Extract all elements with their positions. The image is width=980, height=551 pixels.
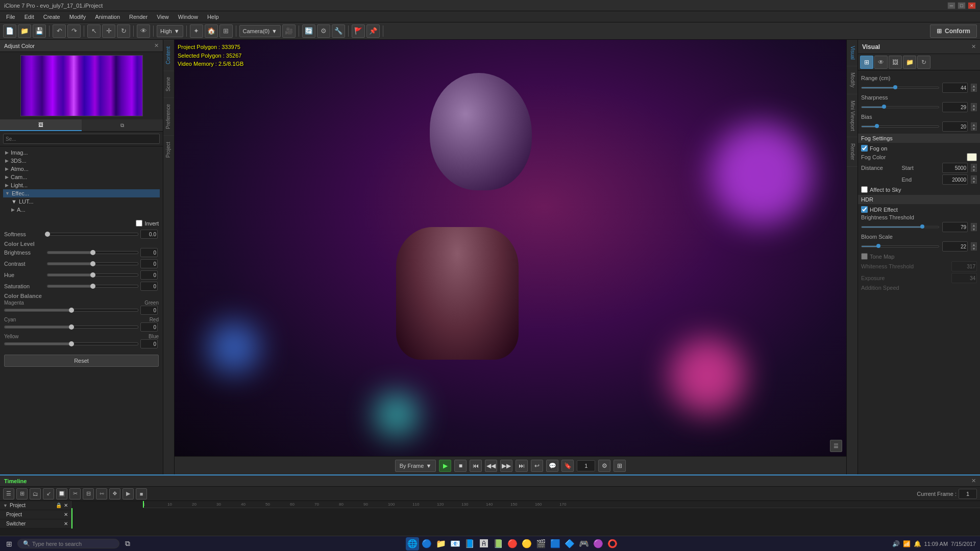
affect-sky-checkbox[interactable]: [861, 186, 868, 193]
taskbar-app-folder[interactable]: 📁: [434, 537, 448, 550]
tray-network[interactable]: 🔊: [892, 540, 900, 547]
rp-icon-scene[interactable]: ⊞: [860, 56, 873, 69]
stop-button[interactable]: ■: [454, 460, 467, 472]
whiteness-value-input[interactable]: [951, 261, 977, 271]
panel-tab-layers[interactable]: ⧉: [82, 119, 163, 131]
bt-up[interactable]: ▲: [971, 223, 977, 227]
range-down[interactable]: ▼: [971, 88, 977, 92]
by-frame-mode[interactable]: By Frame ▼: [395, 460, 436, 472]
range-slider[interactable]: [861, 87, 939, 89]
right-vtab-render[interactable]: Render: [847, 137, 857, 167]
tools-button[interactable]: 🔧: [332, 24, 345, 38]
tl-btn-4[interactable]: ↙: [43, 488, 54, 499]
brightness-value-input[interactable]: [140, 248, 158, 257]
taskbar-app-10[interactable]: 🎬: [534, 537, 548, 550]
tl-btn-5[interactable]: 🔲: [56, 488, 67, 499]
taskbar-app-mail[interactable]: 📧: [449, 537, 462, 550]
side-tab-content[interactable]: Content: [163, 40, 174, 70]
taskbar-app-15[interactable]: ⭕: [606, 537, 619, 550]
taskbar-app-14[interactable]: 🟣: [592, 537, 605, 550]
range-value-input[interactable]: [942, 83, 968, 93]
maximize-button[interactable]: □: [958, 2, 966, 9]
menu-animation[interactable]: Animation: [91, 13, 124, 21]
new-button[interactable]: 📄: [3, 24, 16, 38]
tl-btn-3[interactable]: 🗂: [30, 488, 41, 499]
bloom-scale-slider[interactable]: [861, 245, 939, 247]
taskbar-app-edge[interactable]: 🌐: [406, 537, 419, 550]
settings-button[interactable]: ⚙: [317, 24, 330, 38]
contrast-value-input[interactable]: [140, 259, 158, 268]
rp-icon-folder[interactable]: 📁: [903, 56, 916, 69]
bias-up[interactable]: ▲: [971, 122, 977, 127]
bloom-scale-value-input[interactable]: [942, 241, 968, 252]
saturation-slider[interactable]: [47, 285, 138, 288]
hue-value-input[interactable]: [140, 270, 158, 280]
range-up[interactable]: ▲: [971, 84, 977, 88]
flag-button[interactable]: 🚩: [352, 24, 365, 38]
taskbar-app-8[interactable]: 🔴: [506, 537, 519, 550]
eye-button[interactable]: 👁: [137, 24, 150, 38]
tone-map-checkbox[interactable]: [861, 253, 868, 260]
track-close-project[interactable]: ✕: [64, 503, 68, 508]
bookmark-button[interactable]: 🔖: [561, 460, 574, 472]
bias-value-input[interactable]: [942, 121, 968, 132]
start-down[interactable]: ▼: [971, 168, 977, 172]
softness-slider[interactable]: [47, 233, 138, 236]
menu-edit[interactable]: Edit: [20, 13, 38, 21]
menu-modify[interactable]: Modify: [65, 13, 90, 21]
bloom-down[interactable]: ▼: [971, 246, 977, 251]
cyan-value-input[interactable]: [140, 322, 158, 332]
viewport-btn[interactable]: ⊞: [219, 24, 233, 38]
open-button[interactable]: 📁: [18, 24, 31, 38]
redo-button[interactable]: ↷: [67, 24, 81, 38]
invert-checkbox[interactable]: [136, 220, 142, 227]
softness-value-input[interactable]: [140, 230, 158, 239]
move-button[interactable]: ✛: [102, 24, 115, 38]
quality-dropdown[interactable]: High ▼: [157, 25, 183, 37]
save-button[interactable]: 💾: [33, 24, 46, 38]
end-up[interactable]: ▲: [971, 176, 977, 180]
end-value-input[interactable]: [942, 174, 968, 185]
tray-wifi[interactable]: 📶: [903, 540, 911, 547]
rp-icon-refresh[interactable]: ↻: [917, 56, 930, 69]
start-value-input[interactable]: [942, 163, 968, 173]
magenta-value-input[interactable]: [140, 306, 158, 315]
start-button[interactable]: ⊞: [3, 538, 15, 550]
reset-button[interactable]: Reset: [4, 355, 159, 367]
menu-create[interactable]: Create: [39, 13, 64, 21]
menu-view[interactable]: View: [153, 13, 173, 21]
sharpness-value-input[interactable]: [942, 102, 968, 112]
panel-tab-images[interactable]: 🖼: [0, 119, 82, 131]
taskbar-app-6[interactable]: 🅰: [477, 537, 491, 550]
prev-frame-button[interactable]: ◀◀: [485, 460, 497, 472]
tree-item-images[interactable]: ▶ Imag...: [3, 148, 160, 157]
timeline-close[interactable]: ✕: [971, 478, 976, 484]
rp-icon-eye[interactable]: 👁: [874, 56, 888, 69]
task-view-button[interactable]: ⧉: [121, 538, 134, 550]
taskbar-app-chrome[interactable]: 🔵: [420, 537, 433, 550]
track-close-switcher[interactable]: ✕: [64, 521, 68, 527]
saturation-value-input[interactable]: [140, 282, 158, 291]
sharpness-up[interactable]: ▲: [971, 103, 977, 107]
grid-ctrl-button[interactable]: ⊞: [614, 460, 626, 472]
camera-dropdown[interactable]: Camera(0) ▼: [239, 25, 281, 37]
taskbar-app-9[interactable]: 🟡: [520, 537, 533, 550]
brightness-threshold-value-input[interactable]: [942, 222, 968, 232]
tray-volume[interactable]: 🔔: [914, 540, 921, 547]
hdr-effect-checkbox[interactable]: [861, 206, 868, 213]
current-frame-input[interactable]: [959, 489, 977, 499]
camera-record[interactable]: 🎥: [282, 24, 296, 38]
taskbar-app-7[interactable]: 📗: [492, 537, 505, 550]
menu-help[interactable]: Help: [203, 13, 223, 21]
track-arrow-project[interactable]: ▼: [3, 503, 8, 508]
settings-ctrl-button[interactable]: ⚙: [598, 460, 610, 472]
right-vtab-miniviewport[interactable]: Mini Viewport: [847, 94, 857, 138]
close-button[interactable]: ✕: [968, 2, 976, 9]
end-down[interactable]: ▼: [971, 180, 977, 184]
tl-stop[interactable]: ■: [136, 488, 147, 499]
pin-button[interactable]: 📌: [366, 24, 380, 38]
frame-number-input[interactable]: [577, 460, 595, 471]
tree-item-atmo[interactable]: ▶ Atmo...: [3, 165, 160, 173]
brightness-slider[interactable]: [47, 251, 138, 254]
magenta-slider[interactable]: [4, 309, 138, 312]
